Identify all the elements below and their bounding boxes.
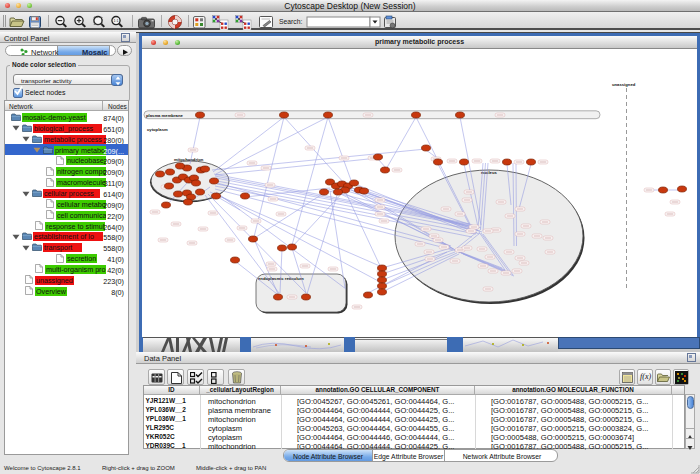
svg-text:Search:: Search: <box>279 18 303 25</box>
svg-text:nucleus: nucleus <box>481 170 497 175</box>
svg-text:plasma membrane: plasma membrane <box>146 113 183 118</box>
svg-text:1:1: 1:1 <box>114 19 119 23</box>
svg-text:mitochondrion: mitochondrion <box>174 157 204 162</box>
svg-text:unassigned: unassigned <box>612 82 636 87</box>
svg-text:cytoplasm: cytoplasm <box>147 127 168 132</box>
